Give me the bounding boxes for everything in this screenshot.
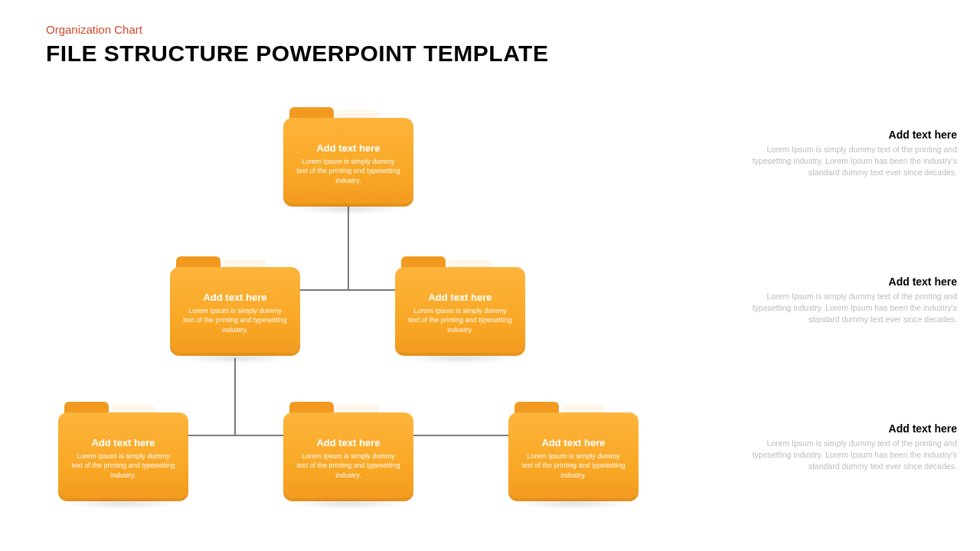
info-row-2: Add text here Lorem Ipsum is simply dumm…: [735, 276, 957, 326]
folder-desc: Lorem Ipsum is simply dummy text of the …: [404, 306, 516, 334]
info-desc: Lorem Ipsum is simply dummy text of the …: [735, 144, 957, 179]
folder-mid-left: Add text here Lorem Ipsum is simply dumm…: [170, 256, 300, 356]
folder-title: Add text here: [541, 437, 605, 448]
slide-header: Organization Chart FILE STRUCTURE POWERP…: [46, 23, 548, 67]
info-desc: Lorem Ipsum is simply dummy text of the …: [735, 438, 957, 473]
folder-bottom-3: Add text here Lorem Ipsum is simply dumm…: [508, 402, 639, 501]
folder-title: Add text here: [91, 437, 155, 448]
info-title: Add text here: [735, 276, 957, 288]
info-title: Add text here: [735, 422, 957, 435]
info-row-1: Add text here Lorem Ipsum is simply dumm…: [735, 129, 957, 179]
slide-title: FILE STRUCTURE POWERPOINT TEMPLATE: [46, 41, 548, 67]
slide-subtitle: Organization Chart: [46, 23, 548, 36]
folder-desc: Lorem Ipsum is simply dummy text of the …: [67, 452, 179, 479]
folder-bottom-1: Add text here Lorem Ipsum is simply dumm…: [58, 402, 188, 501]
connector-line: [234, 358, 236, 435]
info-row-3: Add text here Lorem Ipsum is simply dumm…: [735, 422, 957, 473]
folder-desc: Lorem Ipsum is simply dummy text of the …: [292, 452, 404, 479]
folder-title: Add text here: [316, 142, 380, 154]
info-title: Add text here: [735, 129, 957, 141]
folder-title: Add text here: [203, 292, 266, 303]
connector-line: [348, 207, 349, 289]
info-desc: Lorem Ipsum is simply dummy text of the …: [735, 291, 957, 326]
folder-title: Add text here: [316, 437, 380, 448]
folder-mid-right: Add text here Lorem Ipsum is simply dumm…: [395, 256, 525, 356]
folder-root: Add text here Lorem Ipsum is simply dumm…: [283, 107, 413, 207]
folder-desc: Lorem Ipsum is simply dummy text of the …: [292, 157, 404, 184]
folder-desc: Lorem Ipsum is simply dummy text of the …: [518, 452, 629, 479]
folder-title: Add text here: [428, 292, 492, 303]
folder-bottom-2: Add text here Lorem Ipsum is simply dumm…: [283, 402, 413, 501]
folder-desc: Lorem Ipsum is simply dummy text of the …: [179, 306, 291, 334]
